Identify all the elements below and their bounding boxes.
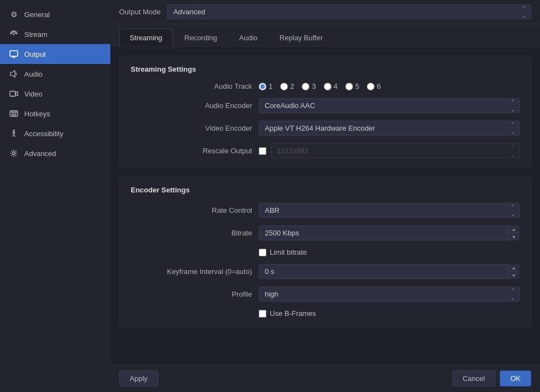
svg-rect-8 [11, 112, 13, 113]
content-area: Streaming Settings Audio Track 1 2 [110, 47, 540, 364]
output-mode-select[interactable]: Simple Advanced [167, 4, 531, 19]
audio-track-5-radio[interactable] [345, 83, 353, 90]
video-encoder-label: Video Encoder [131, 124, 252, 132]
audio-track-6-label[interactable]: 6 [367, 82, 381, 90]
sidebar-label-accessibility: Accessibility [24, 130, 63, 138]
sidebar-label-video: Video [24, 90, 42, 98]
svg-point-12 [13, 130, 15, 132]
audio-track-label: Audio Track [131, 82, 252, 90]
audio-track-3-label[interactable]: 3 [302, 82, 316, 90]
limit-bitrate-control: Limit bitrate [259, 248, 520, 256]
video-encoder-row: Video Encoder Apple VT H264 Hardware Enc… [131, 121, 520, 136]
rescale-output-control: 1512x982 1920x1080 1280x720 ⌃⌄ [259, 143, 520, 158]
video-icon [9, 89, 19, 99]
sidebar-item-stream[interactable]: Stream [0, 24, 110, 44]
audio-track-2-radio[interactable] [280, 83, 288, 90]
audio-track-row: Audio Track 1 2 [131, 82, 520, 90]
footer: Apply Cancel OK [110, 364, 540, 392]
rate-control-label: Rate Control [131, 206, 252, 214]
sidebar-item-video[interactable]: Video [0, 84, 110, 104]
sidebar-item-advanced[interactable]: Advanced [0, 143, 110, 163]
output-mode-label: Output Mode [119, 8, 161, 16]
audio-track-6-radio[interactable] [367, 83, 375, 90]
sidebar-item-hotkeys[interactable]: Hotkeys [0, 104, 110, 123]
tab-replay-buffer[interactable]: Replay Buffer [269, 29, 334, 46]
rescale-output-label: Rescale Output [131, 147, 252, 155]
limit-bitrate-row: Limit bitrate [131, 248, 520, 256]
hotkeys-icon [9, 109, 19, 119]
keyframe-interval-row: Keyframe Interval (0=auto) ▲ ▼ [131, 264, 520, 279]
main-content: Output Mode Simple Advanced ⌃⌄ Streaming… [110, 0, 540, 392]
sidebar-item-audio[interactable]: Audio [0, 64, 110, 84]
rate-control-row: Rate Control ABR CBR VBR CQP ⌃⌄ [131, 203, 520, 218]
audio-track-4-label[interactable]: 4 [324, 82, 338, 90]
sidebar: ⚙ General Stream Output [0, 0, 110, 392]
bitrate-input[interactable] [259, 225, 520, 240]
streaming-settings-title: Streaming Settings [131, 65, 520, 73]
gear-icon: ⚙ [9, 9, 19, 19]
output-mode-select-wrapper: Simple Advanced ⌃⌄ [167, 4, 531, 19]
sidebar-item-accessibility[interactable]: Accessibility [0, 123, 110, 143]
svg-rect-5 [10, 92, 15, 96]
use-bframes-row: Use B-Frames [131, 309, 520, 318]
video-encoder-select[interactable]: Apple VT H264 Hardware Encoder x264 NVEN… [259, 121, 520, 136]
audio-track-1-label[interactable]: 1 [259, 82, 272, 90]
limit-bitrate-label[interactable]: Limit bitrate [259, 248, 307, 256]
audio-track-1-radio[interactable] [259, 83, 266, 90]
keyframe-interval-arrows: ▲ ▼ [507, 264, 520, 279]
audio-encoder-control: CoreAudio AAC AAC MP3 ⌃⌄ [259, 98, 520, 113]
audio-track-5-label[interactable]: 5 [345, 82, 359, 90]
footer-left: Apply [119, 370, 158, 386]
apply-button[interactable]: Apply [119, 370, 158, 386]
keyframe-interval-spinbox-wrapper: ▲ ▼ [259, 264, 520, 279]
tab-recording[interactable]: Recording [174, 29, 227, 46]
cancel-button[interactable]: Cancel [452, 370, 495, 386]
audio-track-2-label[interactable]: 2 [280, 82, 294, 90]
sidebar-label-audio: Audio [24, 70, 42, 78]
profile-select[interactable]: baseline main high [259, 287, 520, 302]
use-bframes-label[interactable]: Use B-Frames [259, 309, 316, 318]
streaming-settings-section: Streaming Settings Audio Track 1 2 [119, 56, 531, 168]
profile-label: Profile [131, 290, 252, 298]
audio-track-control: 1 2 3 4 [259, 82, 520, 90]
rate-control-control: ABR CBR VBR CQP ⌃⌄ [259, 203, 520, 218]
profile-control: baseline main high ⌃⌄ [259, 287, 520, 302]
tab-streaming[interactable]: Streaming [119, 29, 173, 46]
sidebar-item-output[interactable]: Output [0, 44, 110, 64]
keyframe-interval-up-button[interactable]: ▲ [508, 264, 520, 272]
sidebar-item-general[interactable]: ⚙ General [0, 4, 110, 24]
audio-encoder-select-wrapper: CoreAudio AAC AAC MP3 ⌃⌄ [259, 98, 520, 113]
rescale-output-select-wrapper: 1512x982 1920x1080 1280x720 ⌃⌄ [271, 143, 520, 158]
rescale-output-select[interactable]: 1512x982 1920x1080 1280x720 [271, 143, 520, 158]
accessibility-icon [9, 128, 19, 138]
audio-icon [9, 69, 19, 79]
ok-button[interactable]: OK [500, 370, 531, 386]
svg-rect-9 [13, 112, 14, 113]
limit-bitrate-checkbox[interactable] [259, 249, 266, 256]
advanced-icon [9, 148, 19, 158]
svg-rect-11 [12, 114, 16, 115]
audio-track-3-radio[interactable] [302, 83, 309, 90]
bitrate-spinbox-wrapper: ▲ ▼ [259, 225, 520, 240]
keyframe-interval-down-button[interactable]: ▼ [508, 272, 520, 279]
profile-row: Profile baseline main high ⌃⌄ [131, 287, 520, 302]
bitrate-control: ▲ ▼ [259, 225, 520, 240]
keyframe-interval-input[interactable] [259, 264, 520, 279]
audio-encoder-row: Audio Encoder CoreAudio AAC AAC MP3 ⌃⌄ [131, 98, 520, 113]
svg-rect-1 [10, 51, 18, 56]
output-mode-bar: Output Mode Simple Advanced ⌃⌄ [110, 0, 540, 24]
bitrate-down-button[interactable]: ▼ [508, 233, 520, 240]
audio-encoder-select[interactable]: CoreAudio AAC AAC MP3 [259, 98, 520, 113]
sidebar-label-output: Output [24, 50, 46, 58]
audio-track-4-radio[interactable] [324, 83, 332, 90]
bitrate-arrows: ▲ ▼ [507, 225, 520, 240]
sidebar-label-stream: Stream [24, 30, 47, 39]
sidebar-label-general: General [24, 10, 50, 19]
tab-audio[interactable]: Audio [229, 29, 268, 46]
use-bframes-checkbox[interactable] [259, 310, 266, 318]
tabs-bar: Streaming Recording Audio Replay Buffer [110, 24, 540, 47]
rate-control-select[interactable]: ABR CBR VBR CQP [259, 203, 520, 218]
keyframe-interval-control: ▲ ▼ [259, 264, 520, 279]
bitrate-up-button[interactable]: ▲ [508, 225, 520, 233]
rescale-output-checkbox[interactable] [259, 147, 266, 155]
